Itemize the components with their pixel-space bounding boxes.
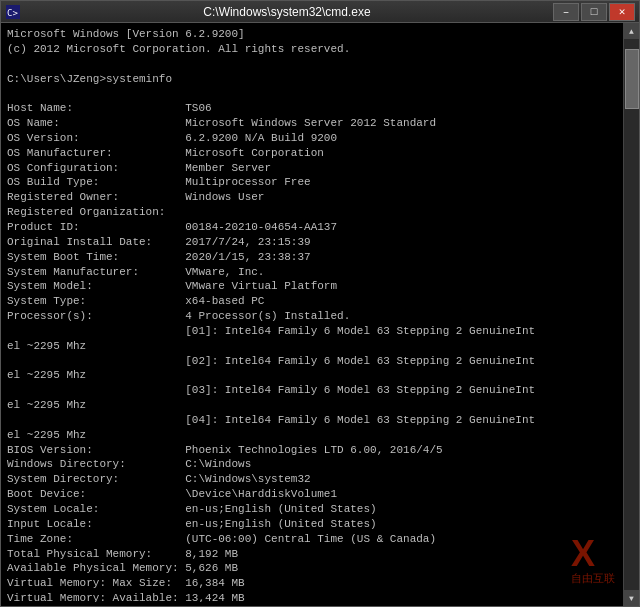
terminal-content: Microsoft Windows [Version 6.2.9200](c) … xyxy=(7,27,633,602)
minimize-button[interactable]: – xyxy=(553,3,579,21)
terminal-line: Available Physical Memory: 5,626 MB xyxy=(7,561,633,576)
maximize-button[interactable]: □ xyxy=(581,3,607,21)
close-button[interactable]: ✕ xyxy=(609,3,635,21)
terminal-line: Input Locale: en-us;English (United Stat… xyxy=(7,517,633,532)
terminal-line: System Model: VMware Virtual Platform xyxy=(7,279,633,294)
cmd-icon: C> xyxy=(5,4,21,20)
terminal-line: BIOS Version: Phoenix Technologies LTD 6… xyxy=(7,443,633,458)
terminal-line xyxy=(7,57,633,72)
terminal-line: el ~2295 Mhz xyxy=(7,398,633,413)
terminal-line: Virtual Memory: Max Size: 16,384 MB xyxy=(7,576,633,591)
terminal-line: OS Version: 6.2.9200 N/A Build 9200 xyxy=(7,131,633,146)
terminal-line: (c) 2012 Microsoft Corporation. All righ… xyxy=(7,42,633,57)
scrollbar-track[interactable] xyxy=(624,39,639,590)
terminal-line: Host Name: TS06 xyxy=(7,101,633,116)
terminal-line: C:\Users\JZeng>systeminfo xyxy=(7,72,633,87)
titlebar-buttons: – □ ✕ xyxy=(553,3,635,21)
terminal-line: Registered Owner: Windows User xyxy=(7,190,633,205)
terminal-line: OS Name: Microsoft Windows Server 2012 S… xyxy=(7,116,633,131)
terminal-line: el ~2295 Mhz xyxy=(7,339,633,354)
terminal-line: [04]: Intel64 Family 6 Model 63 Stepping… xyxy=(7,413,633,428)
terminal-line: System Locale: en-us;English (United Sta… xyxy=(7,502,633,517)
scrollbar-thumb[interactable] xyxy=(625,49,639,109)
terminal[interactable]: Microsoft Windows [Version 6.2.9200](c) … xyxy=(1,23,639,606)
terminal-line: Boot Device: \Device\HarddiskVolume1 xyxy=(7,487,633,502)
terminal-line xyxy=(7,86,633,101)
terminal-line: Microsoft Windows [Version 6.2.9200] xyxy=(7,27,633,42)
terminal-line: Windows Directory: C:\Windows xyxy=(7,457,633,472)
terminal-line: OS Build Type: Multiprocessor Free xyxy=(7,175,633,190)
terminal-line: Processor(s): 4 Processor(s) Installed. xyxy=(7,309,633,324)
terminal-line: Original Install Date: 2017/7/24, 23:15:… xyxy=(7,235,633,250)
terminal-line: System Manufacturer: VMware, Inc. xyxy=(7,265,633,280)
terminal-line: System Boot Time: 2020/1/15, 23:38:37 xyxy=(7,250,633,265)
titlebar: C> C:\Windows\system32\cmd.exe – □ ✕ xyxy=(1,1,639,23)
terminal-line: System Type: x64-based PC xyxy=(7,294,633,309)
svg-text:C>: C> xyxy=(7,8,18,18)
terminal-line: Total Physical Memory: 8,192 MB xyxy=(7,547,633,562)
terminal-line: [03]: Intel64 Family 6 Model 63 Stepping… xyxy=(7,383,633,398)
terminal-line: OS Manufacturer: Microsoft Corporation xyxy=(7,146,633,161)
terminal-line: Time Zone: (UTC-06:00) Central Time (US … xyxy=(7,532,633,547)
terminal-line: el ~2295 Mhz xyxy=(7,428,633,443)
scroll-up-button[interactable]: ▲ xyxy=(624,23,640,39)
window-title: C:\Windows\system32\cmd.exe xyxy=(21,5,553,19)
cmd-window: C> C:\Windows\system32\cmd.exe – □ ✕ Mic… xyxy=(0,0,640,607)
terminal-line: [01]: Intel64 Family 6 Model 63 Stepping… xyxy=(7,324,633,339)
terminal-line: el ~2295 Mhz xyxy=(7,368,633,383)
terminal-line: Registered Organization: xyxy=(7,205,633,220)
terminal-line: OS Configuration: Member Server xyxy=(7,161,633,176)
scroll-down-button[interactable]: ▼ xyxy=(624,590,640,606)
terminal-line: System Directory: C:\Windows\system32 xyxy=(7,472,633,487)
scrollbar[interactable]: ▲ ▼ xyxy=(623,23,639,606)
terminal-line: Virtual Memory: Available: 13,424 MB xyxy=(7,591,633,602)
terminal-line: [02]: Intel64 Family 6 Model 63 Stepping… xyxy=(7,354,633,369)
terminal-line: Product ID: 00184-20210-04654-AA137 xyxy=(7,220,633,235)
